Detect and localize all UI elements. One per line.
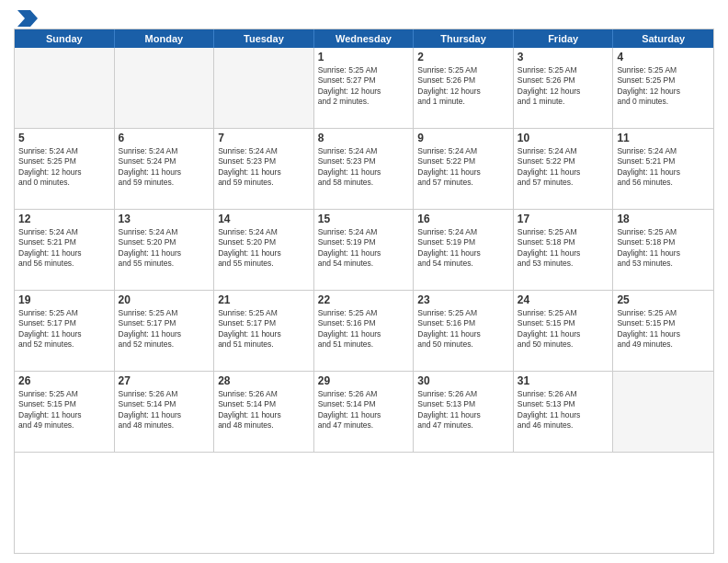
calendar-cell: 25Sunrise: 5:25 AM Sunset: 5:15 PM Dayli… xyxy=(613,291,713,372)
day-info: Sunrise: 5:25 AM Sunset: 5:27 PM Dayligh… xyxy=(318,65,410,108)
calendar-cell: 24Sunrise: 5:25 AM Sunset: 5:15 PM Dayli… xyxy=(514,291,614,372)
calendar-cell: 16Sunrise: 5:24 AM Sunset: 5:19 PM Dayli… xyxy=(414,210,514,291)
day-info: Sunrise: 5:25 AM Sunset: 5:16 PM Dayligh… xyxy=(417,308,509,350)
calendar-cell: 6Sunrise: 5:24 AM Sunset: 5:24 PM Daylig… xyxy=(115,129,215,210)
calendar-cell xyxy=(115,48,215,129)
calendar-cell: 21Sunrise: 5:25 AM Sunset: 5:17 PM Dayli… xyxy=(214,291,314,372)
calendar-cell: 13Sunrise: 5:24 AM Sunset: 5:20 PM Dayli… xyxy=(115,210,215,291)
day-number: 6 xyxy=(119,132,210,144)
calendar-cell: 19Sunrise: 5:25 AM Sunset: 5:17 PM Dayli… xyxy=(15,291,115,372)
day-info: Sunrise: 5:25 AM Sunset: 5:26 PM Dayligh… xyxy=(417,65,509,108)
calendar-cell: 14Sunrise: 5:24 AM Sunset: 5:20 PM Dayli… xyxy=(214,210,314,291)
day-info: Sunrise: 5:26 AM Sunset: 5:13 PM Dayligh… xyxy=(417,389,509,431)
day-info: Sunrise: 5:25 AM Sunset: 5:15 PM Dayligh… xyxy=(518,308,609,350)
day-info: Sunrise: 5:25 AM Sunset: 5:15 PM Dayligh… xyxy=(18,389,110,431)
day-number: 1 xyxy=(318,51,410,63)
day-info: Sunrise: 5:25 AM Sunset: 5:25 PM Dayligh… xyxy=(617,65,710,108)
calendar-cell: 28Sunrise: 5:26 AM Sunset: 5:14 PM Dayli… xyxy=(214,372,314,453)
day-info: Sunrise: 5:26 AM Sunset: 5:14 PM Dayligh… xyxy=(218,389,310,431)
day-info: Sunrise: 5:24 AM Sunset: 5:22 PM Dayligh… xyxy=(417,146,509,189)
calendar-cell: 20Sunrise: 5:25 AM Sunset: 5:17 PM Dayli… xyxy=(115,291,215,372)
calendar-cell: 4Sunrise: 5:25 AM Sunset: 5:25 PM Daylig… xyxy=(613,48,713,129)
weekday-header-thursday: Thursday xyxy=(414,29,514,48)
day-info: Sunrise: 5:24 AM Sunset: 5:23 PM Dayligh… xyxy=(218,146,310,189)
header xyxy=(14,9,714,23)
day-number: 8 xyxy=(318,132,410,144)
day-number: 14 xyxy=(218,213,310,225)
calendar-cell: 2Sunrise: 5:25 AM Sunset: 5:26 PM Daylig… xyxy=(414,48,514,129)
day-info: Sunrise: 5:25 AM Sunset: 5:17 PM Dayligh… xyxy=(18,308,110,350)
day-number: 31 xyxy=(518,374,609,387)
day-number: 5 xyxy=(18,132,110,144)
day-number: 18 xyxy=(617,213,710,225)
calendar-cell: 7Sunrise: 5:24 AM Sunset: 5:23 PM Daylig… xyxy=(214,129,314,210)
day-info: Sunrise: 5:25 AM Sunset: 5:26 PM Dayligh… xyxy=(518,65,609,108)
day-number: 20 xyxy=(119,293,210,306)
day-number: 28 xyxy=(218,374,310,387)
weekday-header-tuesday: Tuesday xyxy=(214,29,314,48)
day-info: Sunrise: 5:24 AM Sunset: 5:24 PM Dayligh… xyxy=(119,146,210,189)
day-number: 4 xyxy=(617,51,710,63)
calendar-header: SundayMondayTuesdayWednesdayThursdayFrid… xyxy=(15,29,713,48)
calendar: SundayMondayTuesdayWednesdayThursdayFrid… xyxy=(14,29,714,554)
logo-arrow-icon xyxy=(17,10,38,27)
day-number: 13 xyxy=(119,213,210,225)
weekday-header-friday: Friday xyxy=(514,29,614,48)
day-number: 3 xyxy=(518,51,609,63)
weekday-header-monday: Monday xyxy=(115,29,215,48)
calendar-body: 1Sunrise: 5:25 AM Sunset: 5:27 PM Daylig… xyxy=(15,48,713,453)
calendar-cell: 9Sunrise: 5:24 AM Sunset: 5:22 PM Daylig… xyxy=(414,129,514,210)
day-info: Sunrise: 5:24 AM Sunset: 5:19 PM Dayligh… xyxy=(318,227,410,270)
page: SundayMondayTuesdayWednesdayThursdayFrid… xyxy=(0,0,728,563)
calendar-cell: 11Sunrise: 5:24 AM Sunset: 5:21 PM Dayli… xyxy=(613,129,713,210)
day-info: Sunrise: 5:24 AM Sunset: 5:25 PM Dayligh… xyxy=(18,146,110,189)
day-info: Sunrise: 5:25 AM Sunset: 5:18 PM Dayligh… xyxy=(617,227,710,270)
day-number: 25 xyxy=(617,293,710,306)
day-number: 21 xyxy=(218,293,310,306)
svg-marker-0 xyxy=(17,10,38,27)
calendar-cell xyxy=(214,48,314,129)
day-number: 16 xyxy=(417,213,509,225)
weekday-header-wednesday: Wednesday xyxy=(314,29,415,48)
day-info: Sunrise: 5:26 AM Sunset: 5:14 PM Dayligh… xyxy=(119,389,210,431)
day-info: Sunrise: 5:25 AM Sunset: 5:15 PM Dayligh… xyxy=(617,308,710,350)
calendar-cell: 15Sunrise: 5:24 AM Sunset: 5:19 PM Dayli… xyxy=(314,210,415,291)
day-info: Sunrise: 5:24 AM Sunset: 5:20 PM Dayligh… xyxy=(218,227,310,270)
day-info: Sunrise: 5:24 AM Sunset: 5:20 PM Dayligh… xyxy=(119,227,210,270)
day-number: 23 xyxy=(417,293,509,306)
calendar-cell: 17Sunrise: 5:25 AM Sunset: 5:18 PM Dayli… xyxy=(514,210,614,291)
day-number: 27 xyxy=(119,374,210,387)
calendar-cell xyxy=(613,372,713,453)
day-number: 24 xyxy=(518,293,609,306)
day-number: 2 xyxy=(417,51,509,63)
day-info: Sunrise: 5:24 AM Sunset: 5:22 PM Dayligh… xyxy=(518,146,609,189)
calendar-cell xyxy=(15,48,115,129)
calendar-cell: 1Sunrise: 5:25 AM Sunset: 5:27 PM Daylig… xyxy=(314,48,415,129)
day-number: 29 xyxy=(318,374,410,387)
day-number: 17 xyxy=(518,213,609,225)
day-number: 11 xyxy=(617,132,710,144)
day-number: 15 xyxy=(318,213,410,225)
day-info: Sunrise: 5:24 AM Sunset: 5:19 PM Dayligh… xyxy=(417,227,509,270)
calendar-cell: 8Sunrise: 5:24 AM Sunset: 5:23 PM Daylig… xyxy=(314,129,415,210)
calendar-cell: 5Sunrise: 5:24 AM Sunset: 5:25 PM Daylig… xyxy=(15,129,115,210)
logo xyxy=(14,9,38,23)
day-number: 19 xyxy=(18,293,110,306)
day-number: 12 xyxy=(18,213,110,225)
day-number: 26 xyxy=(18,374,110,387)
day-number: 22 xyxy=(318,293,410,306)
calendar-cell: 31Sunrise: 5:26 AM Sunset: 5:13 PM Dayli… xyxy=(514,372,614,453)
calendar-cell: 27Sunrise: 5:26 AM Sunset: 5:14 PM Dayli… xyxy=(115,372,215,453)
day-info: Sunrise: 5:26 AM Sunset: 5:14 PM Dayligh… xyxy=(318,389,410,431)
day-number: 30 xyxy=(417,374,509,387)
day-info: Sunrise: 5:24 AM Sunset: 5:21 PM Dayligh… xyxy=(617,146,710,189)
weekday-header-sunday: Sunday xyxy=(15,29,115,48)
calendar-cell: 3Sunrise: 5:25 AM Sunset: 5:26 PM Daylig… xyxy=(514,48,614,129)
day-info: Sunrise: 5:25 AM Sunset: 5:18 PM Dayligh… xyxy=(518,227,609,270)
day-info: Sunrise: 5:25 AM Sunset: 5:16 PM Dayligh… xyxy=(318,308,410,350)
day-number: 9 xyxy=(417,132,509,144)
day-info: Sunrise: 5:25 AM Sunset: 5:17 PM Dayligh… xyxy=(119,308,210,350)
day-info: Sunrise: 5:24 AM Sunset: 5:21 PM Dayligh… xyxy=(18,227,110,270)
day-number: 7 xyxy=(218,132,310,144)
day-info: Sunrise: 5:24 AM Sunset: 5:23 PM Dayligh… xyxy=(318,146,410,189)
